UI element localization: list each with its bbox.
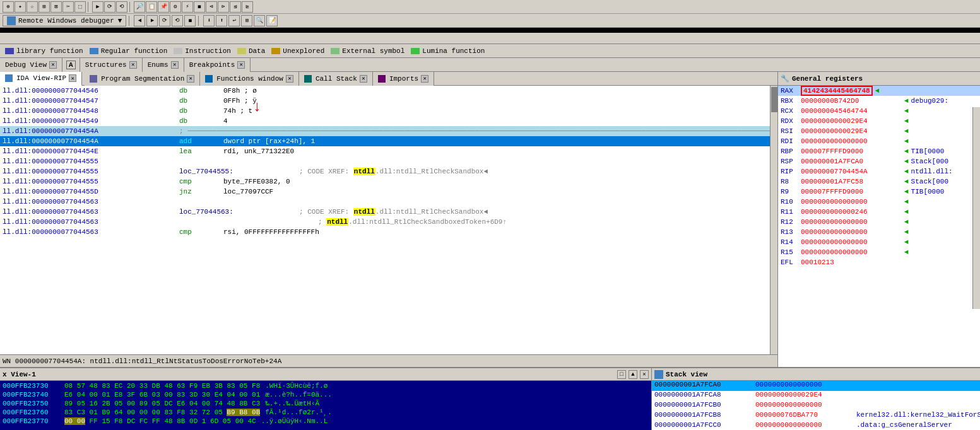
tb-btn[interactable]: 📝: [266, 15, 278, 26]
reg-value-efl: 00010213: [801, 259, 902, 266]
remote-debugger-btn[interactable]: Remote Windows debugger ▼: [3, 15, 126, 26]
tab-call-stack-close[interactable]: ✕: [360, 75, 367, 83]
reg-line-r10: R10 0000000000000000 ◄: [778, 197, 980, 207]
stack-value-5: 0000000000000000: [755, 421, 856, 430]
tab-a-icon[interactable]: A: [62, 58, 80, 72]
tb-btn[interactable]: ▶: [92, 1, 103, 13]
code-operands-1: 0F8h ; ø: [223, 87, 257, 95]
toolbar-row-1: ⊕ ✦ ☆ ⊞ ⊠ ✂ ⬚ ▶ ⟳ ⟲ 🔎 📋 📌 ⚙ ⚡ ◼ ⊲ ⊳ ⊴ ⊵: [0, 0, 980, 14]
code-operands-cmp1: byte_7FFE0382, 0: [223, 178, 290, 185]
tb-btn[interactable]: ►: [146, 15, 158, 26]
legend-library: library function: [5, 47, 83, 55]
stack-content[interactable]: 0000000001A7FCA0 0000000000000000 000000…: [652, 381, 980, 430]
code-line-dashed: ll.dll:000000007704454A ; ──────────────…: [0, 126, 777, 136]
tb-btn[interactable]: 📌: [158, 1, 169, 13]
tb-btn[interactable]: ⟳: [159, 15, 170, 26]
reg-arrow-rdi: ◄: [904, 137, 909, 145]
tab-breakpoints[interactable]: Breakpoints ✕: [184, 58, 251, 72]
reg-arrow-r14: ◄: [904, 238, 909, 246]
reg-name-r9: R9: [781, 188, 801, 195]
legend-color-data: [237, 48, 246, 54]
tab-ida-view-rip-close[interactable]: ✕: [69, 74, 76, 82]
tb-btn[interactable]: ⊴: [230, 1, 241, 13]
code-scrollbar[interactable]: [770, 86, 777, 354]
tab-call-stack[interactable]: Call Stack ✕: [299, 72, 373, 86]
hex-ascii-3: ‰.+..‰.ÜætH‹Ã: [265, 400, 319, 409]
legend-bar: library function Regular function Instru…: [0, 44, 980, 58]
scroll-thumb[interactable]: [771, 87, 777, 112]
tb-btn[interactable]: ☆: [27, 1, 38, 13]
tab-bar-2: IDA View-RIP ✕ Program Segmentation ✕ Fu…: [0, 72, 777, 86]
tb-btn[interactable]: ⊞: [38, 1, 50, 13]
tab-structures-close[interactable]: ✕: [129, 61, 137, 69]
tab-debug-view-close[interactable]: ✕: [49, 61, 57, 69]
tab-program-seg[interactable]: Program Segmentation ✕: [85, 72, 200, 86]
legend-color-regular: [90, 48, 98, 54]
reg-value-r15: 0000000000000000: [801, 248, 902, 256]
stack-addr-3: 0000000001A7FCB0: [654, 401, 755, 411]
tab-imports-close[interactable]: ✕: [421, 75, 428, 83]
reg-line-r14: R14 0000000000000000 ◄: [778, 237, 980, 247]
tb-btn[interactable]: ⬇: [203, 15, 215, 26]
hex-bytes-3: 89 05 16 2B 05 00 89 05 DC E6 04 00 74 4…: [64, 400, 260, 409]
tab-debug-view[interactable]: Debug View ✕: [0, 58, 62, 72]
tb-btn[interactable]: ⟲: [172, 15, 183, 26]
tab-imports[interactable]: Imports ✕: [373, 72, 434, 86]
tb-btn[interactable]: ⬚: [74, 1, 86, 13]
reg-name-r14: R14: [781, 238, 801, 246]
tab-functions-window-close[interactable]: ✕: [286, 75, 293, 83]
tab-program-seg-close[interactable]: ✕: [187, 75, 194, 83]
bottom-area: x View-1 □ ▲ ✕ 000FFB23730 08 57 48 83 E…: [0, 367, 980, 430]
tb-btn[interactable]: ⊳: [218, 1, 229, 13]
tb-btn[interactable]: ⟳: [104, 1, 115, 13]
reg-value-rsp: 000000001A7FCA0: [801, 158, 902, 165]
legend-label-data: Data: [249, 47, 265, 55]
reg-value-r13: 0000000000000000: [801, 228, 902, 236]
tab-enums-close[interactable]: ✕: [171, 61, 179, 69]
tb-btn[interactable]: ⬆: [216, 15, 227, 26]
tb-btn[interactable]: ⊕: [3, 1, 14, 13]
legend-data: Data: [237, 47, 265, 55]
tb-btn[interactable]: ⊠: [50, 1, 62, 13]
tb-btn[interactable]: ↩: [228, 15, 240, 26]
tb-btn[interactable]: ◄: [134, 15, 145, 26]
tb-btn[interactable]: ✦: [15, 1, 26, 13]
hex-content[interactable]: 000FFB23730 08 57 48 83 EC 20 33 DB 48 6…: [0, 381, 651, 430]
tb-btn[interactable]: ⟲: [116, 1, 127, 13]
registers-scrollbar[interactable]: [972, 107, 980, 309]
tb-btn[interactable]: ✂: [62, 1, 74, 13]
tab-breakpoints-close[interactable]: ✕: [237, 61, 245, 69]
seek-bar[interactable]: [0, 28, 980, 33]
tb-btn[interactable]: 🔎: [134, 1, 145, 13]
hex-close-btn[interactable]: ✕: [640, 370, 649, 379]
hex-ascii-5: ..ÿ.øÜüÿH‹.Nm..L: [261, 417, 328, 426]
code-view[interactable]: ↓ ll.dll:0000000077044546 db 0F8h ; ø ll…: [0, 86, 777, 354]
tb-btn[interactable]: ⚡: [182, 1, 193, 13]
reg-arrow-rsp: ◄: [904, 158, 909, 165]
tb-btn[interactable]: ⊞: [241, 15, 252, 26]
reg-name-rbp: RBP: [781, 148, 801, 155]
code-operands-lea: rdi, unk_771322E0: [223, 148, 294, 155]
registers-view[interactable]: RAX 4142434445464748 ◄ RBX 00000000B742D…: [778, 86, 980, 367]
tab-enums[interactable]: Enums ✕: [143, 58, 184, 72]
tab-structures[interactable]: Structures ✕: [80, 58, 143, 72]
tab-functions-window-icon: [205, 75, 213, 83]
tb-btn[interactable]: 📋: [146, 1, 157, 13]
tb-btn[interactable]: ⊵: [242, 1, 253, 13]
hex-bytes-2: E6 04 00 01 E8 3F 6B 03 00 83 3D 30 E4 0…: [64, 391, 260, 400]
tb-btn[interactable]: ⚙: [170, 1, 181, 13]
hex-maximize-btn[interactable]: ▲: [629, 370, 637, 379]
code-operands-4: 4: [223, 117, 228, 125]
tb-btn[interactable]: ⊲: [206, 1, 217, 13]
tab-ida-view-rip[interactable]: IDA View-RIP ✕: [0, 72, 82, 86]
code-line-2: ll.dll:0000000077044547 db 0FFh ; ÿ: [0, 96, 777, 106]
tb-btn[interactable]: ◼: [184, 15, 196, 26]
legend-color-unexplored: [271, 48, 280, 54]
code-addr-1: ll.dll:0000000077044546: [3, 87, 179, 95]
tb-btn[interactable]: 🔍: [254, 15, 265, 26]
hex-restore-btn[interactable]: □: [617, 370, 626, 379]
tb-btn[interactable]: ◼: [194, 1, 205, 13]
tab-functions-window[interactable]: Functions window ✕: [200, 72, 299, 86]
registers-header: 🔧 General registers: [778, 72, 980, 86]
code-line-3: ll.dll:0000000077044548 db 74h ; t: [0, 106, 777, 116]
